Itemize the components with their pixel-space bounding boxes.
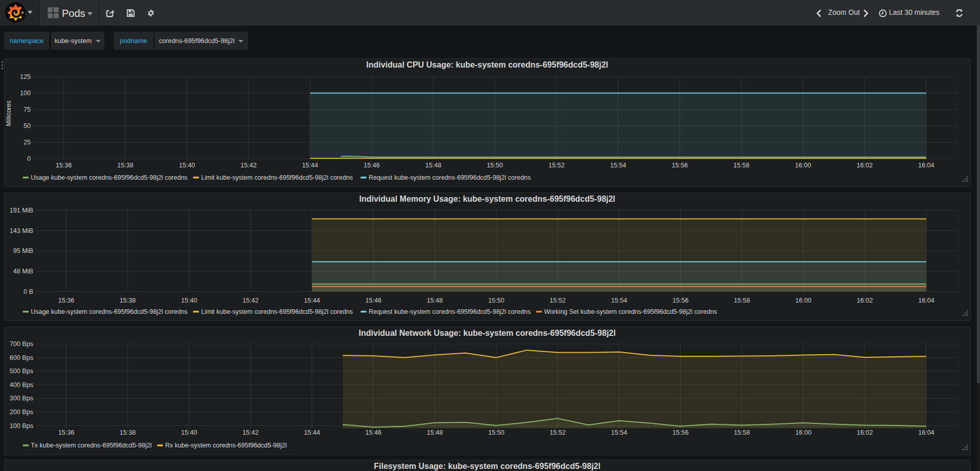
svg-text:Individual Network Usage: kube: Individual Network Usage: kube-system co… (359, 329, 615, 337)
svg-text:75: 75 (24, 106, 31, 113)
svg-text:15:52: 15:52 (550, 296, 566, 304)
svg-text:15:54: 15:54 (611, 296, 628, 304)
svg-text:16:02: 16:02 (857, 161, 873, 168)
svg-text:15:46: 15:46 (365, 296, 382, 304)
svg-text:191 MiB: 191 MiB (10, 206, 33, 213)
svg-text:15:42: 15:42 (242, 429, 259, 436)
svg-text:0 B: 0 B (24, 288, 33, 295)
svg-text:15:58: 15:58 (734, 296, 750, 304)
svg-text:16:04: 16:04 (918, 429, 934, 436)
svg-text:15:56: 15:56 (673, 429, 689, 436)
svg-text:Limit kube-system coredns-695f: Limit kube-system coredns-695f96dcd5-98j… (201, 308, 353, 315)
svg-text:15:44: 15:44 (304, 429, 320, 436)
svg-text:Individual Memory Usage: kube-: Individual Memory Usage: kube-system cor… (359, 195, 615, 203)
svg-text:500 Bps: 500 Bps (10, 368, 33, 375)
svg-text:16:02: 16:02 (857, 296, 873, 304)
svg-text:15:40: 15:40 (179, 161, 195, 168)
svg-text:15:42: 15:42 (240, 161, 257, 168)
svg-text:15:40: 15:40 (181, 429, 197, 436)
svg-text:15:50: 15:50 (487, 161, 503, 168)
svg-text:95 MiB: 95 MiB (13, 247, 33, 254)
svg-text:15:38: 15:38 (120, 296, 136, 304)
svg-text:15:56: 15:56 (672, 161, 688, 168)
svg-text:100 Bps: 100 Bps (10, 422, 33, 429)
svg-text:16:00: 16:00 (795, 161, 811, 168)
svg-text:Usage kube-system coredns-695f: Usage kube-system coredns-695f96dcd5-98j… (31, 308, 187, 315)
svg-text:300 Bps: 300 Bps (10, 395, 33, 402)
svg-text:143 MiB: 143 MiB (10, 227, 33, 234)
svg-text:15:38: 15:38 (120, 429, 136, 436)
svg-text:100: 100 (20, 90, 31, 97)
svg-text:15:36: 15:36 (58, 296, 75, 304)
svg-text:Request kube-system coredns-69: Request kube-system coredns-695f96dcd5-9… (369, 174, 531, 181)
svg-text:16:00: 16:00 (795, 296, 812, 304)
svg-text:15:58: 15:58 (734, 429, 750, 436)
svg-text:15:48: 15:48 (427, 429, 443, 436)
svg-text:700 Bps: 700 Bps (10, 340, 33, 348)
svg-text:0: 0 (27, 155, 31, 162)
svg-text:15:50: 15:50 (488, 429, 504, 436)
svg-text:25: 25 (24, 139, 31, 146)
svg-text:Working Set kube-system coredn: Working Set kube-system coredns-695f96dc… (544, 308, 717, 315)
svg-text:400 Bps: 400 Bps (10, 381, 33, 388)
svg-text:15:44: 15:44 (304, 296, 320, 304)
svg-text:15:52: 15:52 (550, 429, 566, 436)
svg-text:200 Bps: 200 Bps (10, 409, 33, 416)
svg-text:15:58: 15:58 (733, 161, 750, 168)
svg-text:15:46: 15:46 (364, 161, 380, 168)
svg-text:600 Bps: 600 Bps (10, 354, 33, 361)
svg-text:16:02: 16:02 (857, 429, 873, 436)
svg-text:Request kube-system coredns-69: Request kube-system coredns-695f96dcd5-9… (369, 308, 531, 315)
svg-text:48 MiB: 48 MiB (13, 268, 33, 275)
svg-text:Tx kube-system coredns-695f96d: Tx kube-system coredns-695f96dcd5-98j2l (31, 442, 151, 449)
svg-text:125: 125 (20, 73, 31, 80)
svg-text:Rx kube-system coredns-695f96d: Rx kube-system coredns-695f96dcd5-98j2l (165, 442, 287, 449)
svg-text:15:38: 15:38 (117, 161, 133, 168)
svg-text:15:56: 15:56 (673, 296, 689, 304)
svg-text:Limit kube-system coredns-695f: Limit kube-system coredns-695f96dcd5-98j… (201, 174, 353, 181)
svg-text:15:54: 15:54 (610, 161, 627, 168)
svg-text:15:44: 15:44 (302, 161, 319, 168)
svg-text:15:54: 15:54 (611, 429, 628, 436)
svg-text:15:48: 15:48 (427, 296, 443, 304)
svg-text:16:04: 16:04 (918, 296, 934, 304)
svg-text:15:36: 15:36 (58, 429, 75, 436)
svg-text:16:04: 16:04 (918, 161, 934, 168)
svg-text:Filesystem Usage: kube-system: Filesystem Usage: kube-system coredns-69… (374, 462, 600, 470)
svg-text:Millicores: Millicores (5, 100, 12, 126)
svg-text:15:52: 15:52 (548, 161, 565, 168)
svg-text:15:48: 15:48 (425, 161, 441, 168)
svg-text:15:46: 15:46 (365, 429, 382, 436)
svg-text:15:50: 15:50 (488, 296, 504, 304)
svg-text:15:40: 15:40 (181, 296, 197, 304)
svg-text:15:42: 15:42 (242, 296, 259, 304)
svg-text:Usage kube-system coredns-695f: Usage kube-system coredns-695f96dcd5-98j… (31, 174, 187, 181)
svg-text:Individual CPU Usage: kube-sys: Individual CPU Usage: kube-system coredn… (366, 60, 608, 69)
svg-text:16:00: 16:00 (795, 429, 812, 436)
svg-text:50: 50 (24, 122, 31, 130)
svg-text:15:36: 15:36 (56, 161, 72, 168)
